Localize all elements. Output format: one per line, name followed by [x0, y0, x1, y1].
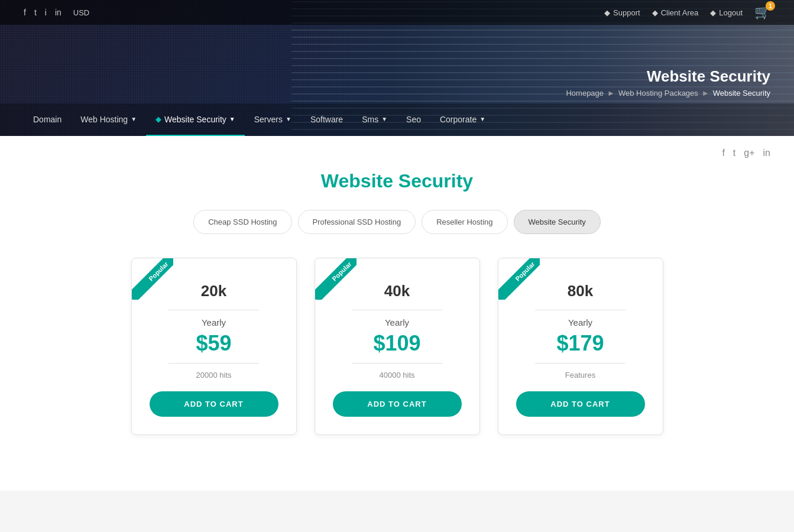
divider: [535, 363, 626, 364]
billing-period-80k: Yearly: [516, 317, 645, 327]
tab-professional-ssd-hosting[interactable]: Professional SSD Hosting: [298, 210, 416, 234]
hero-page-title: Website Security: [647, 67, 770, 86]
currency-selector[interactable]: USD: [73, 8, 89, 17]
hits-40k: 40000 hits: [333, 371, 462, 379]
client-area-link[interactable]: ◆ Client Area: [652, 8, 699, 17]
add-to-cart-80k[interactable]: ADD TO CART: [516, 391, 645, 417]
chevron-down-icon: ▼: [229, 116, 235, 122]
hits-80k: Features: [516, 371, 645, 379]
price-80k: $179: [516, 331, 645, 356]
breadcrumb-current: Website Security: [713, 89, 770, 98]
support-icon: ◆: [604, 8, 610, 17]
popular-badge-40k: [315, 258, 357, 300]
popular-badge-20k: [132, 258, 173, 300]
tab-cheap-ssd-hosting[interactable]: Cheap SSD Hosting: [193, 210, 291, 234]
support-link[interactable]: ◆ Support: [604, 8, 640, 17]
hero-section: f t i in USD ◆ Support ◆ Client Area ◆ L…: [0, 0, 794, 136]
hits-20k: 20000 hits: [150, 371, 278, 379]
breadcrumb-area: Website Security Homepage ► Web Hosting …: [380, 67, 794, 103]
nav-item-domain[interactable]: Domain: [24, 103, 71, 136]
nav-item-software[interactable]: Software: [301, 103, 352, 136]
pricing-card-20k: 20k Yearly $59 20000 hits ADD TO CART: [131, 258, 297, 435]
tabs-container: Cheap SSD Hosting Professional SSD Hosti…: [0, 210, 794, 258]
chevron-down-icon: ▼: [479, 116, 485, 122]
breadcrumb-separator: ►: [702, 89, 709, 98]
cart-button[interactable]: 🛒 1: [754, 5, 770, 20]
tab-website-security[interactable]: Website Security: [514, 210, 601, 234]
chevron-down-icon: ▼: [131, 116, 137, 122]
breadcrumb-separator: ►: [607, 89, 615, 98]
nav-item-webhosting[interactable]: Web Hosting ▼: [71, 103, 146, 136]
chevron-down-icon: ▼: [381, 116, 387, 122]
shield-icon: ◆: [155, 115, 161, 124]
nav-item-corporate[interactable]: Corporate ▼: [430, 103, 495, 136]
user-icon: ◆: [652, 8, 658, 17]
breadcrumb-webhosting[interactable]: Web Hosting Packages: [618, 89, 698, 98]
main-content: f t g+ in Website Security Cheap SSD Hos…: [0, 136, 794, 491]
divider: [535, 310, 626, 310]
cart-badge: 1: [766, 1, 775, 11]
divider: [168, 363, 259, 364]
add-to-cart-40k[interactable]: ADD TO CART: [333, 391, 462, 417]
price-20k: $59: [150, 331, 278, 356]
logout-link[interactable]: ◆ Logout: [710, 8, 743, 17]
share-facebook-icon[interactable]: f: [722, 148, 724, 158]
nav-item-seo[interactable]: Seo: [397, 103, 430, 136]
top-bar-right: ◆ Support ◆ Client Area ◆ Logout 🛒 1: [604, 5, 770, 20]
main-nav: Domain Web Hosting ▼ ◆ Website Security …: [0, 103, 794, 136]
price-40k: $109: [333, 331, 462, 356]
share-twitter-icon[interactable]: t: [733, 148, 735, 158]
instagram-icon[interactable]: i: [45, 8, 47, 17]
top-bar: f t i in USD ◆ Support ◆ Client Area ◆ L…: [0, 0, 794, 25]
tab-reseller-hosting[interactable]: Reseller Hosting: [422, 210, 507, 234]
pricing-grid: 20k Yearly $59 20000 hits ADD TO CART 40…: [0, 258, 794, 435]
logout-icon: ◆: [710, 8, 716, 17]
chevron-down-icon: ▼: [286, 116, 291, 122]
divider: [352, 310, 442, 310]
breadcrumb-homepage[interactable]: Homepage: [566, 89, 604, 98]
share-linkedin-icon[interactable]: in: [763, 148, 770, 158]
facebook-icon[interactable]: f: [24, 8, 26, 17]
share-googleplus-icon[interactable]: g+: [744, 148, 754, 158]
billing-period-40k: Yearly: [333, 317, 462, 327]
add-to-cart-20k[interactable]: ADD TO CART: [150, 391, 278, 417]
pricing-card-80k: 80k Yearly $179 Features ADD TO CART: [498, 258, 663, 435]
top-bar-left: f t i in USD: [24, 8, 89, 17]
social-share-bar: f t g+ in: [0, 136, 794, 164]
billing-period-20k: Yearly: [150, 317, 278, 327]
page-title: Website Security: [0, 164, 794, 210]
divider: [352, 363, 442, 364]
nav-item-servers[interactable]: Servers ▼: [245, 103, 301, 136]
twitter-icon[interactable]: t: [34, 8, 37, 17]
popular-badge-80k: [498, 258, 540, 300]
divider: [168, 310, 259, 310]
breadcrumb: Homepage ► Web Hosting Packages ► Websit…: [566, 89, 770, 98]
nav-item-sms[interactable]: Sms ▼: [352, 103, 397, 136]
nav-item-websitesecurity[interactable]: ◆ Website Security ▼: [146, 103, 245, 136]
linkedin-icon[interactable]: in: [55, 8, 61, 17]
pricing-card-40k: 40k Yearly $109 40000 hits ADD TO CART: [315, 258, 480, 435]
